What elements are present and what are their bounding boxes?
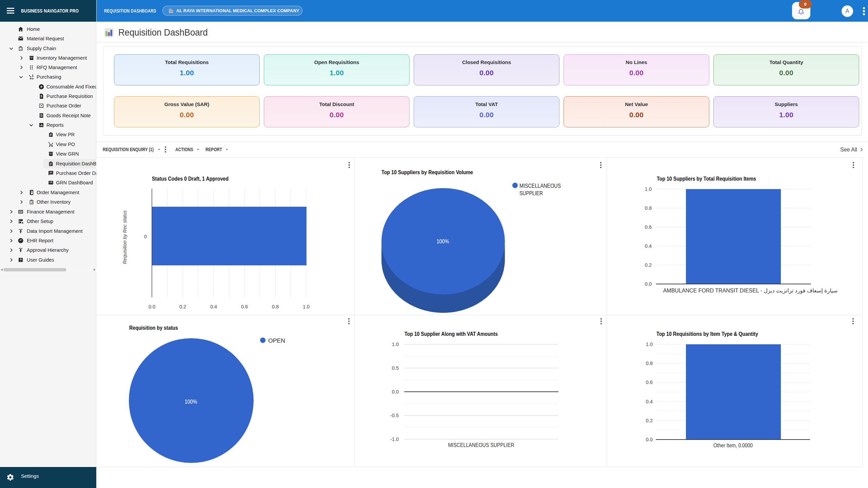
svg-text:OPEN: OPEN	[268, 338, 285, 344]
svg-text:Top 10 Suppliers by Requisitio: Top 10 Suppliers by Requisition Volume	[381, 169, 473, 176]
svg-text:-0.5: -0.5	[390, 413, 399, 418]
svg-text:Top 10 Requisitions by Item Ty: Top 10 Requisitions by Item Type & Quant…	[656, 331, 758, 337]
svg-text:0.5: 0.5	[392, 365, 399, 371]
svg-text:Requisition by Rec status: Requisition by Rec status	[122, 210, 127, 264]
svg-text:MISCELLANEOUS SUPPLIER: MISCELLANEOUS SUPPLIER	[448, 442, 514, 448]
svg-text:0.8: 0.8	[646, 361, 653, 366]
svg-text:0.2: 0.2	[645, 262, 652, 268]
svg-text:0.0: 0.0	[149, 304, 155, 309]
svg-text:Requisition by status: Requisition by status	[129, 325, 178, 331]
svg-text:0.0: 0.0	[392, 389, 399, 394]
svg-text:0.6: 0.6	[646, 380, 653, 385]
svg-text:1.0: 1.0	[646, 342, 653, 347]
svg-text:100%: 100%	[437, 238, 449, 244]
svg-text:100%: 100%	[185, 399, 197, 405]
svg-text:Top 10 Supplier Along with VAT: Top 10 Supplier Along with VAT Amounts	[405, 331, 498, 337]
svg-text:0.4: 0.4	[210, 304, 217, 309]
svg-text:0.2: 0.2	[646, 418, 653, 423]
svg-text:0: 0	[144, 234, 147, 239]
svg-text:0.8: 0.8	[272, 304, 279, 309]
svg-text:1.0: 1.0	[645, 186, 652, 192]
svg-text:0.4: 0.4	[646, 399, 653, 404]
svg-text:0.0: 0.0	[645, 281, 652, 287]
svg-text:0.4: 0.4	[645, 243, 652, 249]
svg-text:Top 10 Suppliers by Total Requ: Top 10 Suppliers by Total Requisition It…	[657, 176, 756, 182]
svg-text:1.0: 1.0	[303, 304, 310, 309]
svg-text:Status Codes 0 Draft, 1 Approv: Status Codes 0 Draft, 1 Approved	[152, 176, 229, 182]
svg-text:1.0: 1.0	[392, 342, 399, 347]
svg-text:0.8: 0.8	[645, 205, 652, 211]
svg-text:SUPPLIER: SUPPLIER	[519, 190, 543, 197]
svg-text:AMBULANCE FORD TRANSIT DIESEL: AMBULANCE FORD TRANSIT DIESEL - سيارة إس…	[663, 288, 838, 294]
svg-text:-1.0: -1.0	[390, 436, 399, 442]
svg-text:Other Item, 0.0000: Other Item, 0.0000	[713, 443, 753, 448]
svg-text:0.6: 0.6	[645, 224, 652, 230]
svg-text:0.2: 0.2	[179, 304, 186, 309]
svg-text:MISCELLANEOUS: MISCELLANEOUS	[519, 183, 561, 189]
svg-text:0.0: 0.0	[646, 437, 653, 442]
svg-text:0.6: 0.6	[241, 304, 248, 309]
